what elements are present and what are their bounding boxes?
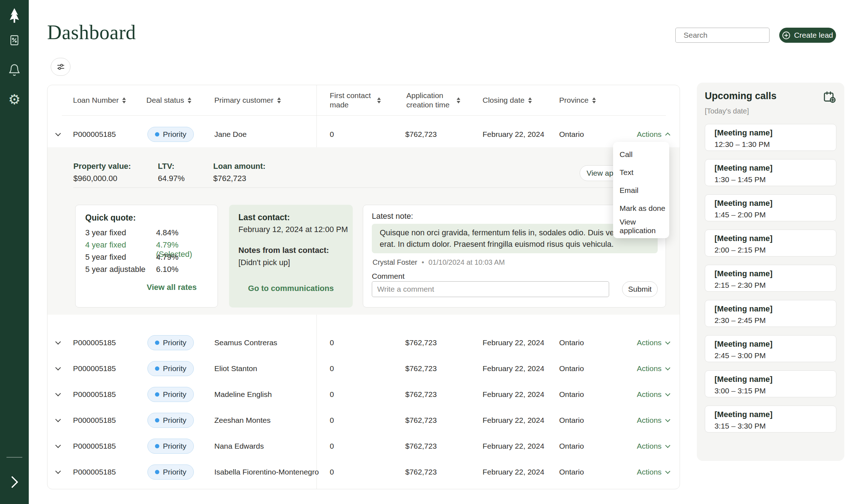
primary-customer: Eliot Stanton	[214, 356, 257, 382]
actions-button[interactable]: Actions	[637, 356, 670, 382]
first-contact-made: 0	[330, 433, 334, 459]
chevron-down-icon	[665, 443, 670, 448]
meeting-card[interactable]: [Meeting name]1:30 – 1:45 PM	[705, 159, 836, 186]
deal-status-badge: Priority	[147, 407, 194, 433]
closing-date: February 22, 2024	[483, 330, 544, 356]
rate-row: 5 year adjustable6.10%	[85, 265, 208, 274]
application-creation-time: $762,723	[405, 433, 437, 459]
last-contact-title: Last contact:	[238, 213, 290, 222]
province: Ontario	[559, 459, 584, 485]
actions-button[interactable]: Actions	[637, 382, 670, 407]
loan-number: P000005185	[73, 382, 116, 407]
go-to-communications-link[interactable]: Go to communications	[229, 284, 353, 293]
primary-customer: Seamus Contreras	[214, 330, 277, 356]
sidebar: ⚙	[0, 0, 29, 504]
table-row: P000005185 Priority Eliot Stanton 0 $762…	[47, 356, 680, 382]
notifications-bell-icon[interactable]	[0, 63, 29, 77]
col-header-application-creation[interactable]: Application creation time	[406, 85, 460, 115]
upcoming-calls-list: [Meeting name]12:30 – 1:30 PM [Meeting n…	[705, 124, 836, 433]
sort-icon	[188, 97, 191, 103]
sort-icon	[377, 97, 381, 103]
meeting-card[interactable]: [Meeting name]2:30 – 2:45 PM	[705, 300, 836, 327]
meeting-card[interactable]: [Meeting name]12:30 – 1:30 PM	[705, 124, 836, 151]
dashboard-page: ⚙ Dashboard Create lead Loan Number Deal…	[0, 0, 863, 504]
actions-button[interactable]: Actions	[637, 459, 670, 485]
menu-item-mark-as-done[interactable]: Mark as done	[613, 199, 669, 217]
primary-customer: Zeeshan Montes	[214, 407, 270, 433]
create-lead-button[interactable]: Create lead	[779, 28, 836, 43]
priority-dot	[155, 132, 159, 137]
col-header-deal-status[interactable]: Deal status	[146, 85, 191, 115]
expand-row-chevron[interactable]	[56, 433, 67, 459]
meeting-card[interactable]: [Meeting name]3:15 – 3:30 PM	[705, 406, 836, 433]
primary-customer: Madeline English	[214, 382, 272, 407]
first-contact-made: 0	[330, 356, 334, 382]
view-all-rates-link[interactable]: View all rates	[147, 283, 197, 292]
expand-row-chevron[interactable]	[56, 330, 67, 356]
col-header-loan-number[interactable]: Loan Number	[73, 85, 126, 115]
actions-button[interactable]: Actions	[637, 433, 670, 459]
application-creation-time: $762,723	[405, 459, 437, 485]
search-box[interactable]	[675, 28, 770, 43]
meeting-card[interactable]: [Meeting name]2:45 – 3:00 PM	[705, 335, 836, 362]
col-header-province[interactable]: Province	[559, 85, 596, 115]
expand-row-chevron[interactable]	[56, 459, 67, 485]
chevron-down-icon	[665, 391, 670, 396]
first-contact-made: 0	[330, 382, 334, 407]
latest-note-title: Latest note:	[372, 212, 413, 221]
expand-sidebar-chevron[interactable]	[8, 478, 21, 491]
priority-dot	[155, 418, 159, 422]
search-input[interactable]	[684, 29, 781, 42]
first-contact-made: 0	[330, 121, 334, 147]
menu-item-email[interactable]: Email	[613, 181, 669, 199]
loan-number: P000005185	[73, 121, 116, 147]
loans-table: Loan Number Deal status Primary customer…	[47, 85, 680, 489]
meeting-card[interactable]: [Meeting name]3:00 – 3:15 PM	[705, 370, 836, 397]
collapse-row-chevron[interactable]	[56, 121, 67, 147]
comment-input[interactable]	[372, 281, 609, 297]
table-row: P000005185 Priority Zeeshan Montes 0 $76…	[47, 407, 680, 433]
province: Ontario	[559, 433, 584, 459]
rates-document-icon[interactable]	[0, 33, 29, 47]
closing-date: February 22, 2024	[483, 382, 544, 407]
filter-sliders-icon	[56, 62, 65, 71]
priority-dot	[155, 392, 159, 397]
upcoming-calls-date: [Today's date]	[705, 107, 836, 115]
deal-status-badge: Priority	[147, 433, 194, 459]
meeting-card[interactable]: [Meeting name]1:45 – 2:00 PM	[705, 194, 836, 221]
expand-row-chevron[interactable]	[56, 407, 67, 433]
menu-item-text[interactable]: Text	[613, 163, 669, 181]
col-header-primary-customer[interactable]: Primary customer	[214, 85, 281, 115]
application-creation-time: $762,723	[405, 121, 437, 147]
loan-number: P000005185	[73, 459, 116, 485]
col-header-closing-date[interactable]: Closing date	[483, 85, 532, 115]
note-timestamp: 01/10/2024 at 10:03 AM	[428, 258, 504, 267]
col-header-first-contact[interactable]: First contact made	[330, 85, 381, 115]
submit-comment-button[interactable]: Submit	[622, 281, 658, 297]
province: Ontario	[559, 356, 584, 382]
meeting-card[interactable]: [Meeting name]2:00 – 2:15 PM	[705, 230, 836, 256]
actions-button[interactable]: Actions	[637, 330, 670, 356]
application-creation-time: $762,723	[405, 382, 437, 407]
menu-item-view-application[interactable]: View application	[613, 217, 669, 235]
note-author: Crystal Foster	[373, 258, 417, 267]
deal-status-badge: Priority	[147, 382, 194, 407]
pine-tree-logo[interactable]	[0, 6, 29, 25]
calendar-add-icon[interactable]	[823, 91, 836, 104]
expand-row-chevron[interactable]	[56, 382, 67, 407]
application-creation-time: $762,723	[405, 407, 437, 433]
loan-number: P000005185	[73, 356, 116, 382]
comment-label: Comment	[372, 272, 405, 281]
actions-button[interactable]: Actions	[637, 407, 670, 433]
bullet-separator: •	[421, 258, 424, 267]
property-value: $960,000.00	[73, 174, 117, 183]
chevron-down-icon	[665, 468, 670, 473]
table-row: P000005185 Priority Madeline English 0 $…	[47, 382, 680, 407]
quick-quote-title: Quick quote:	[85, 213, 136, 223]
menu-item-call[interactable]: Call	[613, 145, 669, 163]
settings-gear-icon[interactable]: ⚙	[0, 92, 29, 107]
meeting-card[interactable]: [Meeting name]2:15 – 2:30 PM	[705, 265, 836, 292]
filter-button[interactable]	[51, 58, 70, 76]
sidebar-divider	[6, 457, 22, 458]
expand-row-chevron[interactable]	[56, 356, 67, 382]
